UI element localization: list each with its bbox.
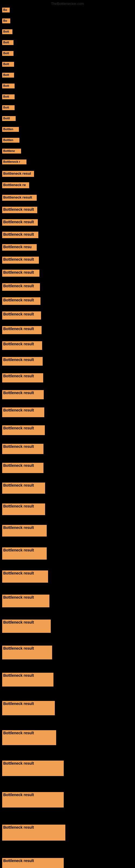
bottleneck-badge: Bottlene (2, 149, 21, 154)
bottleneck-badge: Bottleneck result (2, 701, 55, 715)
bottleneck-badge: Bottleneck result (2, 547, 47, 560)
bottleneck-badge: Bottleneck resul (2, 171, 34, 177)
bottleneck-badge: Bottleneck result (2, 646, 52, 659)
bottleneck-badge: Bott (2, 73, 14, 78)
bottleneck-badge: Bottleneck result (2, 297, 41, 305)
bottleneck-badge: Bottlen (2, 127, 19, 132)
bottleneck-badge: Bottleneck result (2, 761, 64, 776)
bottleneck-badge: Bottleneck result (2, 595, 49, 607)
bottleneck-badge: Bottleneck result (2, 326, 42, 334)
bottleneck-badge: Bottleneck result (2, 283, 40, 291)
bottleneck-badge: Bottleneck result (2, 373, 43, 382)
bottleneck-badge: Bott (2, 62, 14, 67)
bottleneck-badge: Bo (2, 8, 10, 12)
bottleneck-badge: Bott (2, 84, 14, 88)
bottleneck-badge: Bottleneck result (2, 231, 38, 238)
bottleneck-badge: Bottleneck result (2, 620, 51, 633)
bottleneck-badge: Bottleneck result (2, 483, 45, 494)
bottleneck-badge: Bottleneck result (2, 730, 56, 745)
bottleneck-badge: Bottleneck result (2, 207, 37, 213)
bottleneck-badge: Bottleneck result (2, 525, 47, 536)
bottleneck-badge: Bottleneck result (2, 219, 38, 226)
bottleneck-badge: Bottleneck result (2, 444, 43, 454)
bottleneck-badge: Bottleneck result (2, 825, 65, 841)
bottleneck-badge: Bott (2, 94, 14, 99)
bottleneck-badge: Bottleneck result (2, 407, 44, 417)
bottleneck-badge: Bottleneck result (2, 341, 42, 350)
bottleneck-badge: Bottleneck result (2, 357, 43, 366)
bottleneck-badge: Bottleneck result (2, 673, 53, 686)
site-title: TheBottlenecker.com (51, 2, 84, 6)
bottleneck-badge: Bottleneck resu (2, 244, 37, 251)
bottleneck-badge: Bottleneck re (2, 182, 29, 188)
bottleneck-badge: Bottleneck result (2, 570, 48, 583)
bottleneck-badge: Bottleneck result (2, 390, 44, 399)
bottleneck-badge: Bo (2, 19, 10, 23)
bottleneck-badge: Bott (2, 51, 13, 56)
bottleneck-badge: Bottleneck result (2, 503, 45, 515)
bottleneck-badge: Bottl (2, 116, 16, 121)
bottleneck-badge: Bottleneck result (2, 858, 64, 868)
bottleneck-badge: Bottlen (2, 138, 19, 143)
bottleneck-badge: Bott (2, 29, 12, 34)
bottleneck-badge: Bottleneck result (2, 425, 45, 435)
bottleneck-badge: Bottleneck result (2, 311, 41, 319)
bottleneck-badge: Bott (2, 40, 13, 45)
bottleneck-badge: Bott (2, 105, 14, 110)
bottleneck-badge: Bottleneck result (2, 792, 64, 807)
bottleneck-badge: Bottleneck r (2, 159, 27, 164)
bottleneck-badge: Bottleneck result (2, 270, 39, 277)
bottleneck-badge: Bottleneck result (2, 257, 39, 264)
bottleneck-badge: Bottleneck result (2, 195, 37, 201)
bottleneck-badge: Bottleneck result (2, 463, 43, 473)
